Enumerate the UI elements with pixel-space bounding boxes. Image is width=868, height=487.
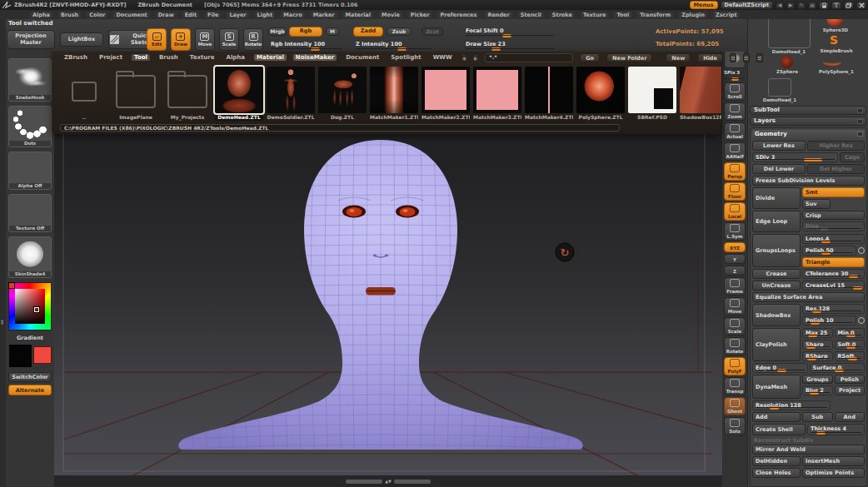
view-small-icon[interactable]: ≡ <box>730 53 736 62</box>
divide-button[interactable]: Divide <box>752 187 801 209</box>
main-color-swatch[interactable] <box>8 344 32 368</box>
menu-item[interactable]: Zscript <box>713 12 740 18</box>
switch-color-button[interactable]: SwitchColor <box>8 372 52 382</box>
slider-handle[interactable] <box>807 357 816 360</box>
delhidden-button[interactable]: DelHidden <box>752 456 801 466</box>
del-lower-button[interactable]: Del Lower <box>752 164 806 174</box>
color-picker[interactable] <box>8 282 52 330</box>
polish-mode-icon[interactable] <box>858 247 865 254</box>
menu-item[interactable]: Marker <box>311 12 337 18</box>
lightbox-thumbnail[interactable] <box>680 67 721 113</box>
current-alpha-thumbnail[interactable]: Alpha Off <box>8 152 52 190</box>
scrollbar-arrows-icon[interactable]: ▲▼ <box>385 480 392 484</box>
shelf-button[interactable]: PolyF <box>724 357 746 375</box>
blur-slider[interactable]: Blur 2 <box>802 385 833 395</box>
lightbox-item[interactable]: ShadowBox128.Z <box>680 67 721 123</box>
section-collapse-icon[interactable] <box>857 132 863 137</box>
menu-item[interactable]: Stencil <box>518 12 544 18</box>
default-zscript-button[interactable]: DefaultZScript <box>721 1 773 9</box>
triangle-toggle[interactable]: Triangle <box>802 257 865 267</box>
dynamesh-polish-toggle[interactable]: Polish <box>835 375 866 384</box>
shelf-button[interactable]: Move <box>724 297 746 316</box>
disp-slider[interactable]: Disp <box>802 221 865 231</box>
menu-item[interactable]: Stroke <box>550 12 575 18</box>
optimize-points-button[interactable]: Optimize Points <box>802 468 865 478</box>
shelf-button[interactable]: Scale <box>724 317 746 335</box>
alternate-button[interactable]: Alternate <box>8 385 52 395</box>
lightbox-filter-input[interactable] <box>485 53 573 62</box>
lightbox-tab[interactable]: Spotlight <box>388 54 423 61</box>
mrgb-button[interactable]: Mrgb <box>268 27 287 36</box>
ctolerance-slider[interactable]: CTolerance 30 <box>802 269 865 279</box>
lightbox-tab[interactable]: NoiseMaker <box>293 54 337 61</box>
left-divider-strip[interactable]: ▲▼ <box>0 19 6 487</box>
lightbox-thumbnail[interactable] <box>215 67 263 113</box>
slider-handle[interactable] <box>804 158 822 162</box>
lightbox-thumbnail[interactable] <box>267 67 315 113</box>
tray-collapse-icon[interactable]: ▲▼ <box>1 319 3 325</box>
resolution-slider[interactable]: Resolution 128 <box>752 400 831 410</box>
lightbox-hide-button[interactable]: Hide <box>697 53 723 62</box>
draw-size-slider[interactable]: Draw Size 23 <box>463 40 556 51</box>
lower-res-button[interactable]: Lower Res <box>752 141 806 151</box>
soft-slider[interactable]: Soft 0 <box>835 340 866 350</box>
shelf-button[interactable]: Transp <box>724 377 746 395</box>
slider-handle[interactable] <box>491 47 501 51</box>
dynamesh-groups-toggle[interactable]: Groups <box>802 375 833 384</box>
dynamesh-sub-toggle[interactable]: Sub <box>802 412 833 422</box>
tutorial-icon[interactable]: ✎ <box>797 2 806 9</box>
menu-item[interactable]: Light <box>255 12 276 18</box>
mirror-and-weld-button[interactable]: Mirror And Weld <box>752 445 865 455</box>
equalize-surface-button[interactable]: Equalize Surface Area <box>752 292 865 302</box>
shelf-button[interactable]: Zoom <box>724 102 746 121</box>
view-medium-icon[interactable]: ≡ <box>743 53 750 62</box>
zsub-button[interactable]: Zsub <box>387 27 412 36</box>
lightbox-go-button[interactable]: Go <box>580 53 600 62</box>
lightbox-item[interactable]: MatchMaker2.ZTL <box>422 67 470 123</box>
current-material-thumbnail[interactable]: SkinShade4 <box>8 236 52 278</box>
edge-loop-button[interactable]: Edge Loop <box>752 211 801 232</box>
suv-toggle[interactable]: Suv <box>802 199 831 209</box>
lightbox-item[interactable]: SBRef.PSD <box>628 67 676 123</box>
del-higher-button[interactable]: Del Higher <box>807 164 865 174</box>
slider-handle[interactable] <box>810 391 819 395</box>
sharp-slider[interactable]: Sharp <box>802 340 833 350</box>
slider-handle[interactable] <box>502 34 511 37</box>
shelf-button[interactable]: Solo <box>724 417 746 435</box>
menu-item[interactable]: Movie <box>379 12 402 18</box>
rotate-indicator-icon[interactable]: ↻ <box>556 243 574 261</box>
menu-item[interactable]: Preferences <box>437 12 479 18</box>
shelf-button[interactable]: Z <box>724 266 746 276</box>
slider-handle[interactable] <box>777 369 786 372</box>
lightbox-thumbnail[interactable] <box>112 67 160 113</box>
create-shell-button[interactable]: Create Shell <box>752 424 806 435</box>
crease-button[interactable]: Crease <box>752 269 801 279</box>
uncrease-button[interactable]: UnCrease <box>752 281 801 291</box>
max-slider[interactable]: Max 25 <box>802 328 833 338</box>
lightbox-back-icon[interactable]: ◀ <box>461 53 466 62</box>
smt-toggle[interactable]: Smt <box>802 187 865 197</box>
rgb-button[interactable]: Rgb <box>289 27 322 37</box>
lock-icon[interactable] <box>819 2 829 9</box>
rsoft-slider[interactable]: RSoft <box>835 351 866 361</box>
menu-item[interactable]: Tool <box>614 12 631 18</box>
zcut-button[interactable]: Zcut <box>422 27 443 36</box>
zadd-button[interactable]: Zadd <box>353 27 383 37</box>
insertmesh-button[interactable]: InsertMesh <box>802 456 865 466</box>
slider-handle[interactable] <box>848 357 857 360</box>
lightbox-new-folder-button[interactable]: New Folder <box>606 53 652 62</box>
slider-handle[interactable] <box>806 345 816 349</box>
secondary-color-swatch[interactable] <box>33 346 52 364</box>
spix-slider[interactable]: SPix 3 <box>724 70 746 81</box>
lightbox-item[interactable]: Dog.ZTL <box>318 67 367 123</box>
menu-item[interactable]: Draw <box>156 12 177 18</box>
edit-button[interactable]: ▱Edit <box>147 28 167 51</box>
zsphere-tool-icon[interactable] <box>781 56 793 68</box>
shelf-button[interactable]: L.Sym <box>724 222 746 241</box>
shelf-button[interactable]: Rotate <box>724 337 746 355</box>
polish-slider[interactable]: Polish 50 <box>802 246 856 256</box>
lightbox-button[interactable]: LightBox <box>60 32 103 47</box>
lightbox-thumbnail[interactable] <box>422 67 470 113</box>
lightbox-tab[interactable]: ZBrush <box>62 54 90 61</box>
lightbox-tab[interactable]: Alpha <box>223 54 247 61</box>
